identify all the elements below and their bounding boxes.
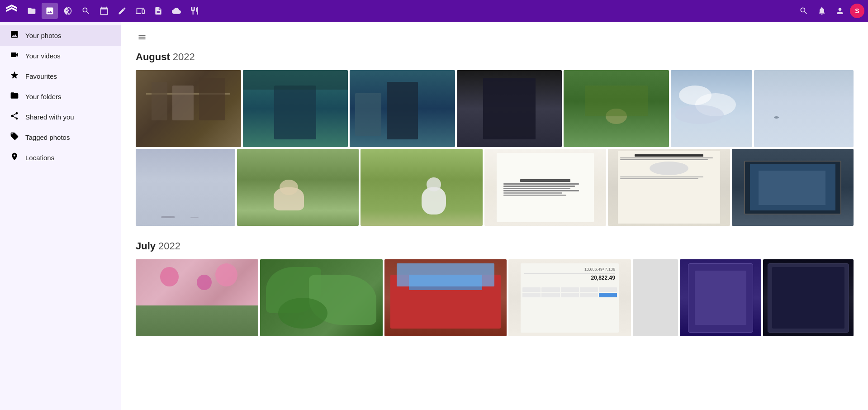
photo-thumb[interactable] (633, 259, 678, 336)
sidebar-item-your-videos[interactable]: Your videos (0, 46, 121, 66)
forms-icon[interactable] (150, 3, 166, 19)
sidebar: Your photos Your videos Favourites Your … (0, 22, 121, 410)
july-2022-header: July2022 (136, 240, 854, 252)
photo-thumb[interactable] (384, 259, 507, 336)
photo-thumb[interactable] (136, 70, 241, 147)
notes-icon[interactable] (114, 3, 130, 19)
sidebar-item-favourites[interactable]: Favourites (0, 66, 121, 86)
activity-icon[interactable] (60, 3, 76, 19)
favourites-icon (9, 71, 20, 82)
deck-icon[interactable] (132, 3, 148, 19)
july-month-label: July (136, 240, 156, 252)
photo-thumb[interactable] (136, 149, 235, 226)
august-2022-header: August2022 (136, 51, 854, 63)
august-year-label: 2022 (173, 51, 195, 62)
photo-thumb[interactable] (457, 70, 562, 147)
sidebar-label-your-videos: Your videos (25, 52, 61, 60)
photo-thumb[interactable] (484, 149, 606, 226)
your-folders-icon (9, 91, 20, 102)
photo-thumb[interactable] (243, 70, 348, 147)
sidebar-item-locations[interactable]: Locations (0, 148, 121, 168)
hamburger-button[interactable] (136, 31, 148, 46)
photo-thumb[interactable] (350, 70, 455, 147)
photo-thumb[interactable] (754, 70, 854, 147)
top-navigation-bar: S (0, 0, 868, 22)
user-avatar[interactable]: S (850, 4, 864, 18)
content-area: August2022 (121, 22, 868, 410)
august-row-1 (136, 70, 854, 147)
sidebar-item-tagged-photos[interactable]: Tagged photos (0, 127, 121, 148)
photo-thumb[interactable]: 13,686.49+7,136 20,822.49 (508, 259, 631, 336)
sidebar-label-locations: Locations (25, 154, 54, 162)
photo-thumb[interactable] (260, 259, 383, 336)
photo-thumb[interactable] (732, 149, 854, 226)
photo-thumb[interactable] (680, 259, 761, 336)
restaurant-icon[interactable] (186, 3, 203, 19)
app-logo[interactable] (4, 3, 20, 19)
search-button[interactable] (796, 3, 812, 19)
notifications-button[interactable] (814, 3, 830, 19)
your-photos-icon (9, 30, 20, 41)
july-year-label: 2022 (158, 240, 180, 252)
july-row-1: 13,686.49+7,136 20,822.49 (136, 259, 854, 336)
august-month-label: August (136, 51, 170, 62)
your-videos-icon (9, 50, 20, 62)
sidebar-label-favourites: Favourites (25, 72, 57, 80)
photo-thumb[interactable] (237, 149, 359, 226)
locations-icon (9, 152, 20, 163)
photo-thumb[interactable] (671, 70, 752, 147)
main-layout: Your photos Your videos Favourites Your … (0, 22, 868, 410)
cloud-icon[interactable] (168, 3, 185, 19)
sidebar-item-shared-with-you[interactable]: Shared with you (0, 107, 121, 127)
files-icon[interactable] (24, 3, 40, 19)
sidebar-label-shared-with-you: Shared with you (25, 113, 74, 121)
topbar-right: S (796, 3, 864, 19)
photo-thumb[interactable] (136, 259, 258, 336)
sidebar-label-tagged-photos: Tagged photos (25, 133, 70, 141)
sidebar-label-your-photos: Your photos (25, 32, 62, 39)
calendar-icon[interactable] (96, 3, 112, 19)
content-header (136, 31, 854, 46)
tagged-photos-icon (9, 132, 20, 143)
photo-thumb[interactable] (564, 70, 669, 147)
search-top-icon[interactable] (78, 3, 94, 19)
august-row-2 (136, 149, 854, 226)
photo-thumb[interactable] (763, 259, 854, 336)
sidebar-item-your-photos[interactable]: Your photos (0, 25, 121, 46)
photos-icon[interactable] (42, 3, 58, 19)
photo-thumb[interactable] (360, 149, 482, 226)
shared-with-you-icon (9, 111, 20, 123)
photo-thumb[interactable] (608, 149, 730, 226)
sidebar-label-your-folders: Your folders (25, 93, 62, 100)
contacts-button[interactable] (832, 3, 848, 19)
sidebar-item-your-folders[interactable]: Your folders (0, 86, 121, 107)
